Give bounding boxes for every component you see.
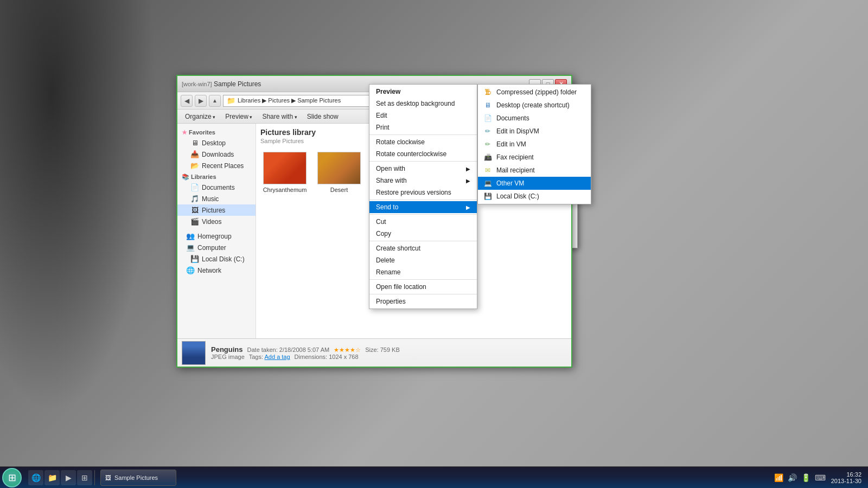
network-tray-icon[interactable]: 📶 bbox=[773, 472, 784, 483]
sendto-desktop[interactable]: 🖥 Desktop (create shortcut) bbox=[478, 99, 591, 112]
ctx-print[interactable]: Print bbox=[369, 121, 477, 133]
open-with-arrow: ▶ bbox=[466, 166, 470, 172]
clock-display[interactable]: 16:32 2013-11-30 bbox=[829, 471, 864, 484]
homegroup-icon: 👥 bbox=[186, 232, 195, 240]
ctx-sep-6 bbox=[369, 279, 477, 280]
status-thumbnail bbox=[182, 341, 206, 365]
recent-icon: 📂 bbox=[190, 162, 199, 170]
taskbar: ⊞ 🌐 📁 ▶ ⊞ 🖼 Sample Pictures 📶 🔊 🔋 ⌨ 16:3… bbox=[0, 466, 868, 488]
filename-chrysanthemum: Chrysanthemum bbox=[263, 187, 307, 193]
sidebar-item-recent[interactable]: 📂 Recent Places bbox=[177, 160, 256, 171]
thumb-chrysanthemum bbox=[263, 152, 307, 184]
ctx-rename[interactable]: Rename bbox=[369, 266, 477, 278]
sidebar-item-network[interactable]: 🌐 Network bbox=[177, 265, 256, 276]
add-tag-link[interactable]: Add a tag bbox=[265, 354, 290, 360]
ctx-create-shortcut[interactable]: Create shortcut bbox=[369, 242, 477, 254]
forward-button[interactable]: ▶ bbox=[195, 95, 207, 107]
taskswitch-button[interactable]: ⊞ bbox=[77, 470, 92, 485]
organize-menu[interactable]: Organize bbox=[181, 112, 220, 121]
sendto-edit-vm[interactable]: ✏ Edit in VM bbox=[478, 138, 591, 151]
sidebar-item-music[interactable]: 🎵 Music bbox=[177, 193, 256, 204]
up-button[interactable]: ▲ bbox=[209, 95, 221, 107]
status-size: Size: 759 KB bbox=[365, 346, 400, 353]
battery-tray-icon[interactable]: 🔋 bbox=[800, 472, 812, 483]
ctx-cut[interactable]: Cut bbox=[369, 216, 477, 228]
music-icon: 🎵 bbox=[190, 195, 199, 203]
status-rating: ★★★★☆ bbox=[334, 346, 361, 354]
preview-menu[interactable]: Preview bbox=[221, 112, 257, 121]
media-button[interactable]: ▶ bbox=[61, 470, 76, 485]
ctx-send-to[interactable]: Send to ▶ bbox=[369, 201, 477, 213]
status-dimensions: Dimensions: 1024 x 768 bbox=[295, 354, 359, 360]
favorites-header: ★ Favorites bbox=[177, 127, 256, 137]
status-info: Penguins Date taken: 2/18/2008 5:07 AM ★… bbox=[211, 345, 567, 360]
start-button[interactable]: ⊞ bbox=[2, 468, 22, 487]
back-button[interactable]: ◀ bbox=[181, 95, 193, 107]
desktop-icon: 🖥 bbox=[190, 139, 199, 147]
ctx-set-desktop[interactable]: Set as desktop background bbox=[369, 98, 477, 110]
othervm-icon: 💻 bbox=[483, 179, 492, 188]
sendto-submenu: 🗜 Compressed (zipped) folder 🖥 Desktop (… bbox=[477, 84, 591, 204]
tree-background bbox=[0, 0, 174, 466]
nav-pane: ★ Favorites 🖥 Desktop 📥 Downloads 📂 Rece… bbox=[177, 124, 256, 338]
keyboard-tray-icon[interactable]: ⌨ bbox=[814, 472, 827, 483]
ie-button[interactable]: 🌐 bbox=[28, 470, 43, 485]
zip-icon: 🗜 bbox=[483, 88, 492, 97]
slideshow-menu[interactable]: Slide show bbox=[303, 112, 343, 121]
sidebar-item-desktop[interactable]: 🖥 Desktop bbox=[177, 137, 256, 149]
localdisk-send-icon: 💾 bbox=[483, 192, 492, 201]
start-icon: ⊞ bbox=[8, 472, 16, 484]
quick-launch: 🌐 📁 ▶ ⊞ bbox=[26, 470, 95, 485]
ctx-open-with[interactable]: Open with ▶ bbox=[369, 163, 477, 175]
status-date: Date taken: 2/18/2008 5:07 AM bbox=[247, 346, 330, 353]
desktop-shortcut-icon: 🖥 bbox=[483, 101, 492, 110]
thumb-desert bbox=[317, 152, 361, 184]
sidebar-item-documents[interactable]: 📄 Documents bbox=[177, 182, 256, 193]
videos-icon: 🎬 bbox=[190, 217, 199, 226]
sendto-localdisk[interactable]: 💾 Local Disk (C:) bbox=[478, 190, 591, 203]
pictures-icon: 🖼 bbox=[190, 206, 199, 214]
computer-icon: 💻 bbox=[186, 243, 195, 252]
ctx-copy[interactable]: Copy bbox=[369, 228, 477, 240]
ctx-share-with[interactable]: Share with ▶ bbox=[369, 175, 477, 187]
explorer-button[interactable]: 📁 bbox=[44, 470, 60, 485]
taskbar-sample-pictures[interactable]: 🖼 Sample Pictures bbox=[100, 470, 176, 486]
sendto-fax[interactable]: 📠 Fax recipient bbox=[478, 151, 591, 164]
ctx-rotate-ccw[interactable]: Rotate counterclockwise bbox=[369, 148, 477, 160]
ctx-sep-1 bbox=[369, 134, 477, 135]
ctx-sep-3 bbox=[369, 200, 477, 200]
sidebar-item-localdisk[interactable]: 💾 Local Disk (C:) bbox=[177, 253, 256, 265]
sendto-documents[interactable]: 📄 Documents bbox=[478, 112, 591, 125]
volume-tray-icon[interactable]: 🔊 bbox=[787, 472, 798, 483]
sendto-other-vm[interactable]: 💻 Other VM bbox=[478, 177, 591, 190]
sendto-compressed[interactable]: 🗜 Compressed (zipped) folder bbox=[478, 86, 591, 99]
sidebar-item-pictures[interactable]: 🖼 Pictures bbox=[177, 204, 256, 216]
ctx-sep-5 bbox=[369, 241, 477, 241]
sidebar-item-computer[interactable]: 💻 Computer bbox=[177, 242, 256, 253]
status-filename: Penguins bbox=[211, 345, 243, 354]
ctx-open-location[interactable]: Open file location bbox=[369, 281, 477, 293]
mail-icon: ✉ bbox=[483, 166, 492, 175]
sendto-edit-dispvm[interactable]: ✏ Edit in DispVM bbox=[478, 125, 591, 138]
ctx-edit[interactable]: Edit bbox=[369, 110, 477, 121]
file-chrysanthemum[interactable]: Chrysanthemum bbox=[260, 150, 309, 196]
fax-icon: 📠 bbox=[483, 153, 492, 162]
ctx-properties[interactable]: Properties bbox=[369, 296, 477, 307]
sharewith-menu[interactable]: Share with bbox=[258, 112, 301, 121]
status-tags: Tags: Add a tag bbox=[249, 354, 290, 360]
documents-send-icon: 📄 bbox=[483, 114, 492, 123]
ctx-sep-7 bbox=[369, 294, 477, 294]
file-desert[interactable]: Desert bbox=[315, 150, 363, 196]
sendto-mail[interactable]: ✉ Mail recipient bbox=[478, 164, 591, 177]
ctx-preview[interactable]: Preview bbox=[369, 86, 477, 98]
ctx-rotate-cw[interactable]: Rotate clockwise bbox=[369, 136, 477, 148]
ctx-delete[interactable]: Delete bbox=[369, 254, 477, 266]
ctx-restore-versions[interactable]: Restore previous versions bbox=[369, 187, 477, 198]
sidebar-item-videos[interactable]: 🎬 Videos bbox=[177, 216, 256, 227]
filename-desert: Desert bbox=[330, 187, 348, 193]
sidebar-item-downloads[interactable]: 📥 Downloads bbox=[177, 149, 256, 160]
context-menu: Preview Set as desktop background Edit P… bbox=[369, 84, 477, 309]
dispvm-icon: ✏ bbox=[483, 127, 492, 136]
sidebar-item-homegroup[interactable]: 👥 Homegroup bbox=[177, 230, 256, 242]
share-with-arrow: ▶ bbox=[466, 178, 470, 184]
